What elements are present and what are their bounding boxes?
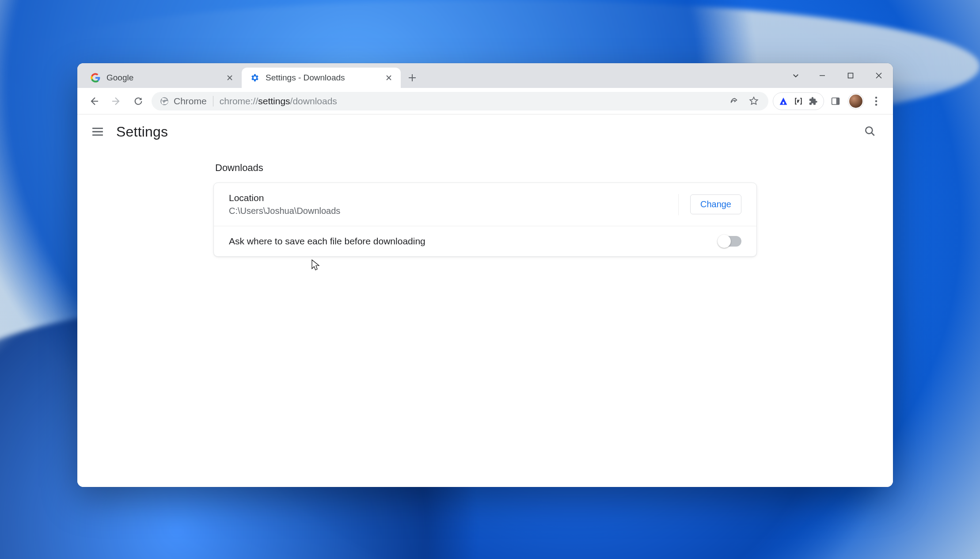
tab-google[interactable]: Google	[83, 68, 242, 88]
chrome-menu-button[interactable]	[867, 92, 885, 110]
close-tab-button[interactable]	[384, 73, 394, 83]
tab-settings-downloads[interactable]: Settings - Downloads	[242, 68, 401, 88]
downloads-card: Location C:\Users\Joshua\Downloads Chang…	[213, 183, 757, 257]
svg-rect-3	[782, 102, 784, 104]
svg-rect-5	[836, 98, 839, 104]
location-label: Location	[229, 193, 667, 203]
location-value: C:\Users\Joshua\Downloads	[229, 206, 667, 216]
new-tab-button[interactable]	[403, 69, 421, 87]
window-controls	[785, 63, 893, 88]
maximize-button[interactable]	[836, 63, 865, 88]
chrome-window: Google Settings - Downloads	[77, 63, 893, 487]
side-panel-button[interactable]	[827, 92, 844, 110]
tab-strip: Google Settings - Downloads	[77, 63, 893, 88]
chrome-logo-icon	[160, 96, 169, 106]
extensions-group	[773, 92, 824, 110]
settings-header: Settings	[77, 114, 893, 149]
svg-point-8	[875, 103, 877, 106]
row-divider	[678, 194, 679, 215]
close-tab-button[interactable]	[225, 73, 235, 83]
ask-label: Ask where to save each file before downl…	[229, 236, 718, 247]
location-row: Location C:\Users\Joshua\Downloads Chang…	[214, 183, 756, 226]
site-info-label: Chrome	[174, 96, 207, 106]
bookmark-button[interactable]	[747, 95, 760, 108]
site-info-chip[interactable]: Chrome	[160, 96, 207, 106]
ask-before-download-row: Ask where to save each file before downl…	[214, 226, 756, 256]
extensions-button[interactable]	[806, 92, 821, 110]
back-button[interactable]	[85, 92, 103, 110]
settings-content: Downloads Location C:\Users\Joshua\Downl…	[77, 149, 893, 487]
tab-title: Settings - Downloads	[266, 73, 378, 83]
tab-title: Google	[106, 73, 219, 83]
page-title: Settings	[116, 124, 168, 140]
settings-menu-button[interactable]	[90, 124, 106, 140]
svg-point-6	[875, 96, 877, 99]
forward-button[interactable]	[107, 92, 125, 110]
close-window-button[interactable]	[865, 63, 893, 88]
minimize-button[interactable]	[808, 63, 836, 88]
svg-point-9	[866, 127, 872, 133]
tabs-dropdown-button[interactable]	[785, 63, 806, 88]
address-bar[interactable]: Chrome chrome://settings/downloads	[152, 92, 768, 110]
ask-toggle[interactable]	[718, 236, 741, 247]
svg-point-2	[163, 100, 166, 103]
omnibox-divider	[213, 96, 213, 106]
settings-gear-icon	[250, 73, 259, 83]
section-title: Downloads	[213, 162, 757, 174]
google-favicon-icon	[91, 73, 100, 83]
svg-point-7	[875, 100, 877, 102]
change-location-button[interactable]: Change	[690, 194, 741, 214]
share-button[interactable]	[728, 95, 741, 108]
reload-button[interactable]	[129, 92, 147, 110]
browser-toolbar: Chrome chrome://settings/downloads	[77, 88, 893, 114]
toggle-knob	[718, 235, 731, 248]
toolbar-right	[773, 92, 885, 110]
avatar-icon	[848, 94, 863, 109]
extension-brackets-icon[interactable]	[791, 92, 806, 110]
url-text: chrome://settings/downloads	[220, 96, 722, 106]
search-settings-button[interactable]	[862, 123, 878, 139]
svg-rect-0	[848, 73, 853, 78]
extension-ahrefs-icon[interactable]	[776, 92, 791, 110]
profile-avatar[interactable]	[847, 92, 865, 110]
